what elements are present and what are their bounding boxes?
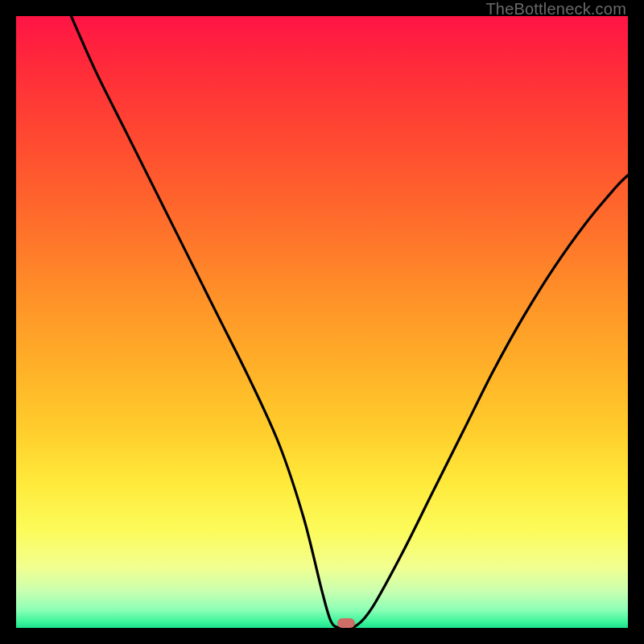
chart-frame: TheBottleneck.com — [0, 0, 644, 644]
curve-path — [71, 16, 628, 630]
plot-area — [16, 16, 628, 628]
bottleneck-curve — [16, 16, 628, 628]
optimal-point-marker — [337, 618, 355, 628]
